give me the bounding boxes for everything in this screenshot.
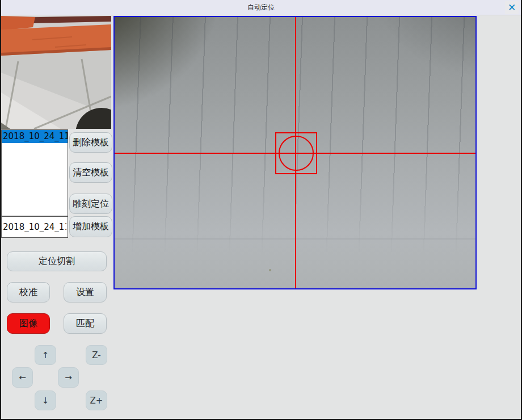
- jog-z-plus-button[interactable]: Z+: [86, 390, 107, 410]
- jog-left-button[interactable]: ←: [12, 367, 33, 388]
- template-thumbnail-image: [1, 16, 111, 129]
- template-thumbnail: [1, 16, 111, 129]
- clear-templates-button[interactable]: 清空模板: [69, 162, 112, 183]
- jog-z-minus-button[interactable]: Z-: [86, 345, 107, 365]
- camera-feed-speck: [269, 269, 271, 271]
- target-circle-overlay: [279, 136, 314, 171]
- delete-template-button[interactable]: 删除模板: [69, 132, 112, 153]
- image-button[interactable]: 图像: [7, 313, 50, 334]
- jog-right-button[interactable]: →: [58, 367, 79, 388]
- locate-cut-button[interactable]: 定位切割: [7, 251, 107, 271]
- window-titlebar: 自动定位: [0, 0, 522, 15]
- jog-down-button[interactable]: ↓: [35, 390, 56, 410]
- jog-up-button[interactable]: ↑: [35, 345, 56, 365]
- template-list-item[interactable]: 2018_10_24_11: [2, 130, 68, 143]
- calibrate-button[interactable]: 校准: [7, 282, 50, 303]
- engrave-locate-button[interactable]: 雕刻定位: [69, 194, 112, 214]
- template-listbox[interactable]: 2018_10_24_11: [1, 129, 68, 216]
- close-button[interactable]: ✕: [505, 1, 519, 14]
- window-title: 自动定位: [0, 0, 522, 15]
- add-template-button[interactable]: 增加模板: [69, 216, 112, 237]
- settings-button[interactable]: 设置: [64, 282, 107, 303]
- match-button[interactable]: 匹配: [64, 313, 107, 334]
- close-icon: ✕: [508, 3, 516, 12]
- template-name-input[interactable]: [1, 216, 68, 238]
- camera-view[interactable]: [113, 16, 477, 289]
